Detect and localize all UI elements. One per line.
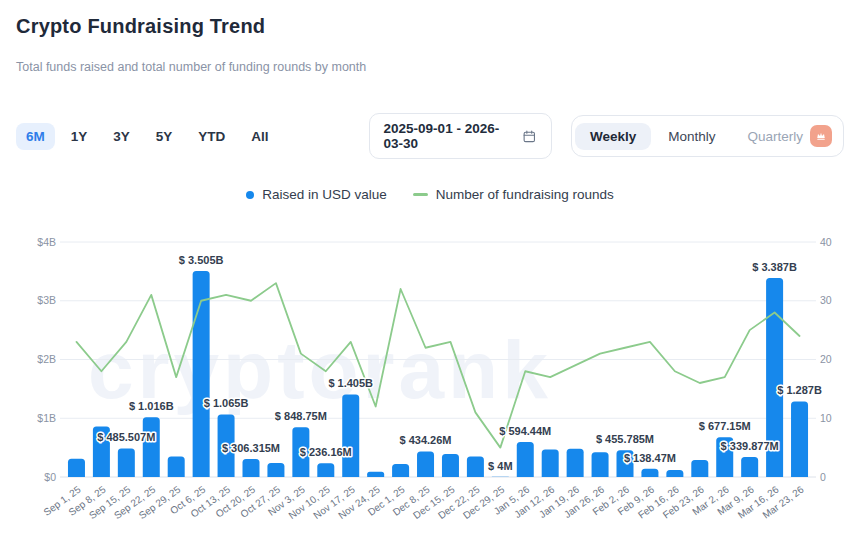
crypto-fundraising-panel: Crypto Fundraising Trend Total funds rai…: [0, 14, 860, 202]
chart-area: cryptorank $00$1B10$2B20$3B30$4B40$ 485.…: [0, 225, 860, 542]
bar-value-label: $ 138.47M: [624, 452, 676, 464]
bar-Sep 29, 25[interactable]: [168, 456, 185, 477]
bar-Jan 19, 26[interactable]: [567, 449, 584, 477]
right-axis-tick: 40: [820, 236, 832, 248]
right-axis-tick: 20: [820, 353, 832, 365]
bar-value-label: $ 1.016B: [129, 400, 174, 412]
bar-Dec 15, 25[interactable]: [442, 454, 459, 477]
date-range-value: 2025-09-01 - 2026-03-30: [384, 121, 513, 151]
bar-Jan 26, 26[interactable]: [592, 452, 609, 477]
bar-value-label: $ 236.16M: [300, 446, 352, 458]
bar-Nov 17, 25[interactable]: [342, 394, 359, 477]
chart-legend: Raised in USD valueNumber of fundraising…: [16, 187, 844, 202]
interval-option-label: Monthly: [668, 129, 715, 144]
bar-value-label: $ 848.75M: [275, 410, 327, 422]
bar-Feb 23, 26[interactable]: [691, 460, 708, 477]
legend-item-raised[interactable]: Raised in USD value: [246, 187, 387, 202]
bar-Oct 27, 25[interactable]: [267, 463, 284, 477]
legend-dot-marker: [246, 191, 254, 199]
bar-Mar 23, 26[interactable]: [791, 401, 808, 477]
right-axis-tick: 0: [820, 471, 826, 483]
bar-Oct 20, 25[interactable]: [243, 459, 260, 477]
range-option-3y[interactable]: 3Y: [103, 123, 140, 150]
bar-Nov 24, 25[interactable]: [367, 472, 384, 477]
interval-selector: WeeklyMonthlyQuarterly: [571, 115, 844, 157]
range-option-1y[interactable]: 1Y: [61, 123, 98, 150]
bar-Sep 15, 25[interactable]: [118, 448, 135, 477]
left-axis-tick: $2B: [37, 353, 56, 365]
bar-Sep 22, 25[interactable]: [143, 417, 160, 477]
bar-Sep 1, 25[interactable]: [68, 459, 85, 477]
left-axis-tick: $1B: [37, 412, 56, 424]
range-option-ytd[interactable]: YTD: [188, 123, 235, 150]
bar-value-label: $ 306.315M: [222, 442, 280, 454]
bar-value-label: $ 1.405B: [328, 377, 373, 389]
bar-Dec 22, 25[interactable]: [467, 456, 484, 477]
bar-Dec 1, 25[interactable]: [392, 464, 409, 477]
bar-Dec 8, 25[interactable]: [417, 451, 434, 477]
bar-value-label: $ 485.507M: [97, 431, 155, 443]
controls-row: 6M1Y3Y5YYTDAll 2025-09-01 - 2026-03-30 W…: [16, 120, 844, 152]
bar-value-label: $ 434.26M: [400, 434, 452, 446]
bar-Feb 16, 26[interactable]: [666, 470, 683, 477]
legend-label: Raised in USD value: [262, 187, 387, 202]
bar-Nov 10, 25[interactable]: [317, 463, 334, 477]
interval-option-label: Weekly: [590, 129, 636, 144]
bar-value-label: $ 594.44M: [499, 425, 551, 437]
range-option-all[interactable]: All: [241, 123, 278, 150]
legend-label: Number of fundraising rounds: [436, 187, 614, 202]
bar-value-label: $ 4M: [488, 460, 512, 472]
interval-option-label: Quarterly: [747, 129, 803, 144]
bar-value-label: $ 3.505B: [179, 254, 224, 266]
rounds-line: [76, 283, 799, 448]
interval-option-quarterly[interactable]: Quarterly: [732, 119, 840, 153]
bar-value-label: $ 3.387B: [752, 261, 797, 273]
date-range-picker[interactable]: 2025-09-01 - 2026-03-30: [369, 113, 552, 159]
range-selector: 6M1Y3Y5YYTDAll: [16, 123, 279, 150]
range-option-6m[interactable]: 6M: [16, 123, 55, 150]
interval-option-weekly[interactable]: Weekly: [575, 123, 651, 150]
right-axis-tick: 10: [820, 412, 832, 424]
right-axis-tick: 30: [820, 294, 832, 306]
bar-value-label: $ 339.877M: [721, 440, 779, 452]
legend-line-marker: [413, 193, 428, 196]
bar-Mar 9, 26[interactable]: [741, 457, 758, 477]
left-axis-tick: $0: [44, 471, 56, 483]
crown-icon: [815, 130, 827, 142]
premium-badge: [810, 125, 832, 147]
interval-option-monthly[interactable]: Monthly: [653, 123, 730, 150]
bar-value-label: $ 677.15M: [699, 420, 751, 432]
bar-Jan 12, 26[interactable]: [542, 449, 559, 477]
fundraising-chart[interactable]: $00$1B10$2B20$3B30$4B40$ 485.507M$ 1.016…: [0, 225, 860, 542]
bar-value-label: $ 1.065B: [204, 397, 249, 409]
range-option-5y[interactable]: 5Y: [146, 123, 183, 150]
bar-value-label: $ 1.287B: [777, 384, 822, 396]
bar-Feb 9, 26[interactable]: [641, 469, 658, 477]
bar-value-label: $ 455.785M: [596, 433, 654, 445]
calendar-icon: [522, 128, 537, 145]
page-subtitle: Total funds raised and total number of f…: [16, 60, 844, 74]
page-title: Crypto Fundraising Trend: [16, 14, 844, 38]
left-axis-tick: $4B: [37, 236, 56, 248]
left-axis-tick: $3B: [37, 294, 56, 306]
bar-Jan 5, 26[interactable]: [517, 442, 534, 477]
legend-item-rounds[interactable]: Number of fundraising rounds: [413, 187, 614, 202]
